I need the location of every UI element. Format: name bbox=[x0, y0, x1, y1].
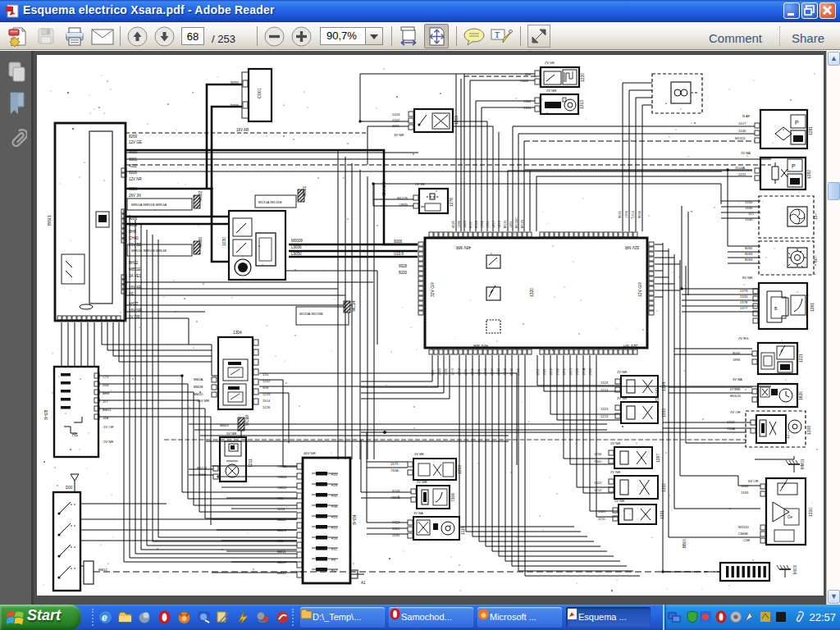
svg-text:M851E: M851E bbox=[129, 267, 140, 272]
svg-text:2V VE: 2V VE bbox=[545, 61, 555, 65]
svg-text:BH28: BH28 bbox=[43, 409, 48, 420]
svg-text:1446: 1446 bbox=[738, 129, 746, 133]
svg-text:1030: 1030 bbox=[221, 237, 226, 246]
svg-text:1225: 1225 bbox=[444, 368, 448, 376]
svg-text:1V OR: 1V OR bbox=[103, 425, 114, 429]
svg-text:1276: 1276 bbox=[449, 198, 454, 207]
svg-text:8092: 8092 bbox=[745, 246, 753, 250]
svg-text:1378: 1378 bbox=[740, 300, 748, 304]
svg-text:8100: 8100 bbox=[474, 220, 478, 228]
svg-text:1310: 1310 bbox=[808, 508, 813, 517]
svg-text:1313: 1313 bbox=[579, 100, 584, 109]
svg-text:M1310: M1310 bbox=[738, 525, 749, 529]
svg-text:Oe: Oe bbox=[788, 515, 793, 519]
svg-text:1115: 1115 bbox=[460, 526, 465, 535]
svg-text:1362: 1362 bbox=[480, 220, 484, 228]
svg-text:1256: 1256 bbox=[594, 452, 602, 456]
svg-text:15--: 15-- bbox=[813, 212, 818, 220]
svg-text:F25: F25 bbox=[331, 515, 338, 519]
svg-text:1221: 1221 bbox=[738, 172, 746, 176]
svg-text:8269: 8269 bbox=[129, 135, 138, 139]
svg-text:F9: F9 bbox=[331, 558, 336, 562]
svg-text:F32: F32 bbox=[331, 494, 338, 498]
svg-text:M129: M129 bbox=[520, 219, 524, 228]
svg-text:730B: 730B bbox=[390, 468, 399, 472]
svg-text:1323: 1323 bbox=[600, 407, 609, 411]
svg-text:1212: 1212 bbox=[594, 488, 602, 492]
svg-text:6739B: 6739B bbox=[730, 387, 740, 391]
svg-text:1377: 1377 bbox=[740, 306, 748, 310]
svg-text:1514: 1514 bbox=[262, 399, 271, 403]
svg-text:CM24: CM24 bbox=[277, 475, 287, 479]
svg-text:1322: 1322 bbox=[594, 481, 602, 485]
svg-text:1211: 1211 bbox=[598, 517, 606, 521]
svg-text:2V OR: 2V OR bbox=[730, 410, 741, 414]
svg-text:2V NR: 2V NR bbox=[103, 440, 113, 444]
svg-text:M0009: M0009 bbox=[291, 239, 303, 243]
svg-text:1324: 1324 bbox=[600, 381, 609, 385]
svg-text:6928: 6928 bbox=[399, 264, 408, 268]
svg-text:1417: 1417 bbox=[491, 220, 495, 228]
svg-text:L9050: L9050 bbox=[291, 252, 302, 256]
svg-text:BH34: BH34 bbox=[352, 514, 357, 525]
svg-text:MM01: MM01 bbox=[801, 459, 805, 469]
svg-text:1386: 1386 bbox=[457, 220, 461, 228]
svg-text:48V MR: 48V MR bbox=[456, 245, 471, 250]
svg-text:48V MR: 48V MR bbox=[381, 182, 386, 197]
svg-text:1416: 1416 bbox=[497, 220, 501, 228]
svg-text:1203: 1203 bbox=[392, 112, 400, 116]
svg-text:1321: 1321 bbox=[598, 509, 606, 514]
svg-text:1261: 1261 bbox=[810, 303, 815, 312]
svg-text:8095: 8095 bbox=[618, 210, 622, 218]
svg-text:48V MR: 48V MR bbox=[473, 344, 488, 349]
svg-text:BM11: BM11 bbox=[277, 550, 286, 554]
svg-text:8096: 8096 bbox=[637, 210, 641, 218]
svg-text:1214: 1214 bbox=[600, 388, 609, 392]
svg-text:M1321: M1321 bbox=[735, 136, 746, 140]
svg-text:1211: 1211 bbox=[248, 459, 253, 468]
svg-text:P: P bbox=[792, 163, 796, 169]
svg-text:M851A /M851B M851A: M851A /M851B M851A bbox=[131, 203, 167, 207]
svg-text:1208: 1208 bbox=[806, 426, 811, 435]
svg-text:M133A /M133B: M133A /M133B bbox=[299, 312, 323, 316]
svg-text:1332: 1332 bbox=[661, 483, 666, 492]
svg-text:F22: F22 bbox=[331, 526, 338, 530]
svg-text:1201: 1201 bbox=[277, 507, 285, 511]
svg-text:2V RG: 2V RG bbox=[738, 336, 749, 340]
svg-text:3V NR: 3V NR bbox=[394, 133, 404, 137]
svg-text:1379: 1379 bbox=[740, 289, 748, 293]
svg-text:F26: F26 bbox=[331, 536, 338, 541]
svg-text:16V AR: 16V AR bbox=[236, 128, 249, 132]
svg-text:M121: M121 bbox=[503, 219, 507, 228]
svg-text:1221: 1221 bbox=[798, 354, 803, 363]
svg-text:F20: F20 bbox=[331, 472, 338, 477]
svg-text:12V NR: 12V NR bbox=[129, 177, 143, 181]
svg-text:1320: 1320 bbox=[740, 294, 748, 299]
svg-text:1282: 1282 bbox=[806, 170, 811, 179]
svg-text:151: 151 bbox=[748, 212, 755, 216]
svg-text:1220: 1220 bbox=[580, 73, 585, 82]
svg-text:M851E /M851B M851E: M851E /M851B M851E bbox=[131, 249, 167, 253]
svg-text:1273: 1273 bbox=[450, 368, 454, 376]
svg-text:e: e bbox=[102, 612, 107, 623]
svg-text:M1620: M1620 bbox=[730, 394, 741, 398]
svg-text:1333: 1333 bbox=[741, 491, 749, 495]
svg-text:P: P bbox=[795, 120, 799, 126]
svg-text:7306: 7306 bbox=[450, 493, 455, 502]
svg-text:BM12: BM12 bbox=[98, 568, 108, 572]
svg-text:1514A: 1514A bbox=[735, 166, 745, 170]
svg-text:3V BA: 3V BA bbox=[413, 511, 423, 515]
svg-text:2V NR: 2V NR bbox=[617, 370, 627, 374]
svg-text:A1: A1 bbox=[361, 581, 366, 585]
svg-text:32V GR: 32V GR bbox=[430, 282, 435, 297]
svg-text:N AF: N AF bbox=[742, 114, 751, 118]
svg-text:9006: 9006 bbox=[394, 240, 403, 244]
svg-text:1331: 1331 bbox=[660, 510, 664, 519]
svg-text:2V NR: 2V NR bbox=[614, 499, 624, 503]
svg-text:3V BA: 3V BA bbox=[733, 377, 742, 381]
svg-text:CM12: CM12 bbox=[277, 486, 287, 490]
svg-text:1304: 1304 bbox=[233, 331, 242, 335]
svg-text:BM2A: BM2A bbox=[194, 377, 203, 381]
svg-text:CM4B: CM4B bbox=[738, 532, 748, 536]
svg-text:C3B: C3B bbox=[743, 538, 750, 542]
